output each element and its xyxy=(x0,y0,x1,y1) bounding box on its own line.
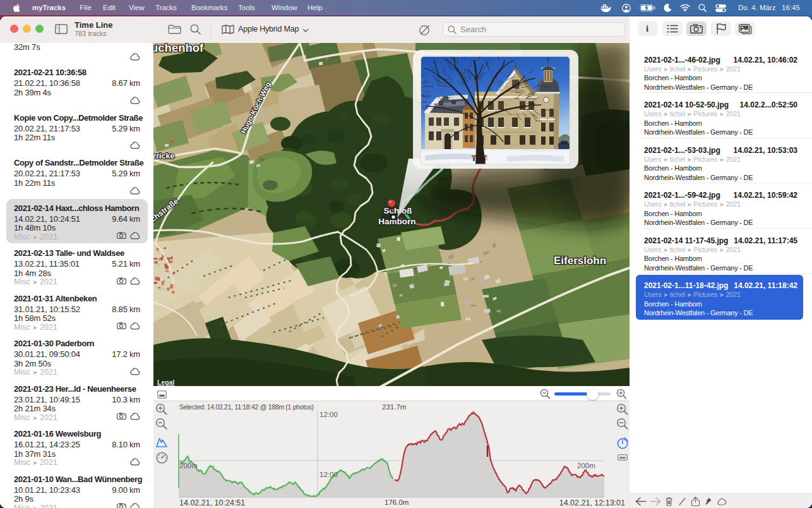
svg-text:Hamborn: Hamborn xyxy=(378,217,415,226)
svg-text:zricke: zricke xyxy=(153,152,174,160)
svg-text:uchenhof: uchenhof xyxy=(153,43,204,54)
svg-text:Schloß: Schloß xyxy=(383,206,412,215)
svg-text:Eiferslohn: Eiferslohn xyxy=(554,255,606,267)
